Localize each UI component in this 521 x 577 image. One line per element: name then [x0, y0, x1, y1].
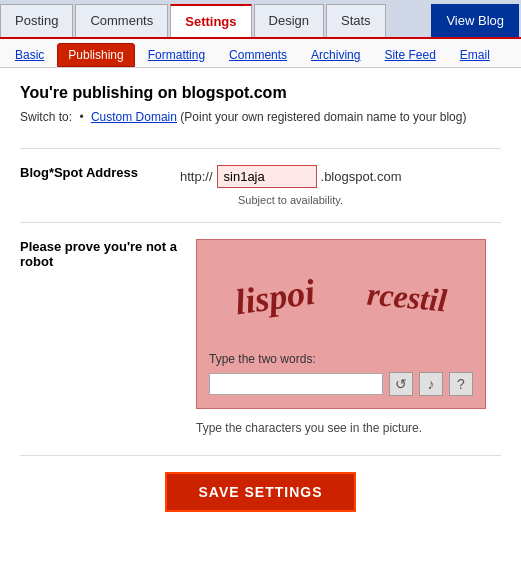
- captcha-refresh-icon: ↺: [395, 376, 407, 392]
- tab-posting[interactable]: Posting: [0, 4, 73, 37]
- save-section: SAVE SETTINGS: [20, 455, 501, 512]
- tab-view-blog[interactable]: View Blog: [431, 4, 519, 37]
- captcha-image-area: lispoi rcestil: [209, 252, 473, 342]
- address-prefix: http://: [180, 169, 213, 184]
- captcha-box: lispoi rcestil Type the two words: ↺ ♪ ?: [196, 239, 486, 409]
- subnav-sitefeed[interactable]: Site Feed: [373, 43, 446, 67]
- captcha-input-row: ↺ ♪ ?: [209, 372, 473, 396]
- captcha-word2: rcestil: [366, 275, 449, 319]
- subnav-formatting[interactable]: Formatting: [137, 43, 216, 67]
- sub-nav: Basic Publishing Formatting Comments Arc…: [0, 39, 521, 68]
- captcha-type-label: Type the two words:: [209, 352, 473, 366]
- blogspot-address-section: Blog*Spot Address http:// .blogspot.com …: [20, 148, 501, 206]
- captcha-word1: lispoi: [232, 271, 317, 324]
- captcha-label: Please prove you're not a robot: [20, 239, 180, 269]
- captcha-refresh-button[interactable]: ↺: [389, 372, 413, 396]
- save-settings-button[interactable]: SAVE SETTINGS: [165, 472, 357, 512]
- blogspot-address-content: http:// .blogspot.com Subject to availab…: [180, 165, 501, 206]
- captcha-audio-icon: ♪: [428, 376, 435, 392]
- subnav-basic[interactable]: Basic: [4, 43, 55, 67]
- blogspot-address-label: Blog*Spot Address: [20, 165, 180, 180]
- captcha-help-button[interactable]: ?: [449, 372, 473, 396]
- subnav-publishing[interactable]: Publishing: [57, 43, 134, 67]
- captcha-audio-button[interactable]: ♪: [419, 372, 443, 396]
- captcha-help-icon: ?: [457, 376, 465, 392]
- subnav-archiving[interactable]: Archiving: [300, 43, 371, 67]
- tab-comments[interactable]: Comments: [75, 4, 168, 37]
- top-nav: Posting Comments Settings Design Stats V…: [0, 0, 521, 39]
- tab-stats[interactable]: Stats: [326, 4, 386, 37]
- availability-note: Subject to availability.: [238, 194, 501, 206]
- tab-settings[interactable]: Settings: [170, 4, 251, 37]
- captcha-section: Please prove you're not a robot lispoi r…: [20, 222, 501, 435]
- captcha-text-input[interactable]: [209, 373, 383, 395]
- blogspot-address-input[interactable]: [217, 165, 317, 188]
- publishing-title: You're publishing on blogspot.com: [20, 84, 501, 102]
- tab-design[interactable]: Design: [254, 4, 324, 37]
- captcha-description: Type the characters you see in the pictu…: [196, 421, 486, 435]
- dot-separator: •: [79, 110, 83, 124]
- subnav-comments[interactable]: Comments: [218, 43, 298, 67]
- subnav-email[interactable]: Email: [449, 43, 501, 67]
- address-row: http:// .blogspot.com: [180, 165, 501, 188]
- main-content: You're publishing on blogspot.com Switch…: [0, 68, 521, 528]
- custom-domain-desc: (Point your own registered domain name t…: [180, 110, 466, 124]
- custom-domain-link[interactable]: Custom Domain: [91, 110, 177, 124]
- captcha-right: lispoi rcestil Type the two words: ↺ ♪ ?: [196, 239, 486, 435]
- address-suffix: .blogspot.com: [321, 169, 402, 184]
- switch-to-row: Switch to: • Custom Domain (Point your o…: [20, 110, 501, 124]
- switch-to-label: Switch to:: [20, 110, 72, 124]
